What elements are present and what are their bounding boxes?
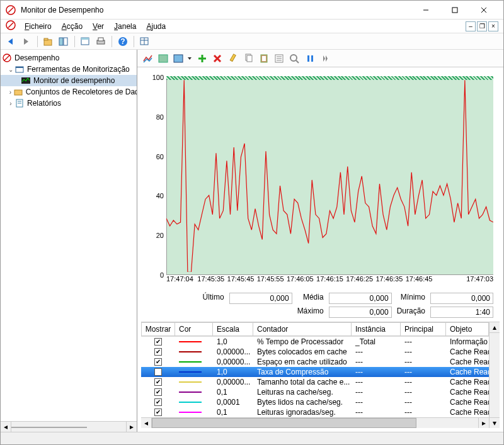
menu-accao[interactable]: Acção	[57, 21, 88, 32]
scroll-up-icon[interactable]: ▴	[490, 322, 500, 333]
legend-row[interactable]: ✔0,1Leituras na cache/seg.------Cache Re…	[141, 387, 489, 397]
view-chart-icon[interactable]	[141, 52, 155, 65]
col-contador[interactable]: Contador	[253, 322, 352, 336]
col-instancia[interactable]: Instância	[352, 322, 401, 336]
svg-point-45	[290, 55, 297, 61]
open-icon[interactable]	[42, 35, 55, 48]
legend-scrollbar-v[interactable]: ▴ ▾	[489, 322, 500, 428]
close-button[interactable]	[469, 1, 498, 20]
paste-icon[interactable]	[257, 52, 271, 65]
legend-row[interactable]: ✔0,00000...Bytes colocados em cache-----…	[141, 347, 489, 357]
svg-rect-30	[159, 55, 168, 62]
show-checkbox[interactable]: ✔	[154, 368, 162, 376]
scroll-right-icon[interactable]: ▸	[478, 418, 489, 428]
tree-scrollbar-h[interactable]: ◂ ▸	[1, 421, 137, 432]
scroll-left-icon[interactable]: ◂	[1, 422, 11, 432]
svg-line-22	[4, 55, 9, 60]
legend-row[interactable]: ✔0,1Leituras ignoradas/seg.------Cache R…	[141, 407, 489, 417]
legend-header: Mostrar Cor Escala Contador Instância Pr…	[141, 322, 489, 337]
stat-media-value: 0,000	[329, 293, 392, 304]
menu-ficheiro[interactable]: Ficheiro	[20, 21, 57, 32]
mdi-close-button[interactable]: ×	[488, 21, 498, 31]
show-checkbox[interactable]: ✔	[154, 348, 162, 356]
expand-icon[interactable]: ›	[7, 100, 14, 107]
menubar: Ficheiro Acção Ver Janela Ajuda – ❐ ×	[1, 20, 503, 33]
col-objeto[interactable]: Objeto	[446, 322, 489, 336]
svg-text:?: ?	[120, 37, 125, 46]
legend-row[interactable]: ✔1,0% Tempo de Processador_Total---Infor…	[141, 337, 489, 347]
mdi-restore-button[interactable]: ❐	[477, 21, 487, 31]
scroll-thumb[interactable]	[11, 427, 87, 428]
highlight-icon[interactable]	[226, 52, 239, 65]
mdi-min-button[interactable]: –	[466, 21, 476, 31]
panes-icon[interactable]	[57, 35, 71, 48]
legend-row[interactable]: ✔1,0Taxa de Compressão------Cache ReadyB	[141, 367, 489, 377]
view-histogram-icon[interactable]	[156, 52, 170, 65]
svg-line-1	[8, 8, 13, 13]
legend-scrollbar-h[interactable]: ◂ ▸	[141, 417, 489, 428]
copy-icon[interactable]	[242, 52, 256, 65]
add-counter-icon[interactable]	[195, 52, 209, 65]
tools-icon	[14, 64, 25, 74]
update-icon[interactable]	[319, 52, 333, 65]
col-cor[interactable]: Cor	[175, 322, 213, 336]
scroll-right-icon[interactable]: ▸	[126, 422, 137, 432]
svg-rect-10	[59, 38, 63, 45]
view-report-icon[interactable]	[171, 52, 185, 65]
col-escala[interactable]: Escala	[213, 322, 253, 336]
plot[interactable]	[166, 74, 493, 275]
remove-counter-icon[interactable]	[210, 52, 224, 65]
svg-rect-24	[16, 67, 23, 68]
stats-panel: Último 0,000 Média 0,000 Mínimo 0,000 Má…	[137, 289, 503, 322]
forward-button[interactable]	[20, 35, 33, 48]
legend-row[interactable]: ✔0,00000...Tamanho total da cache e...--…	[141, 377, 489, 387]
back-button[interactable]	[4, 35, 18, 48]
tree-monitor[interactable]: Monitor de desempenho	[1, 75, 137, 86]
minimize-button[interactable]	[411, 1, 440, 20]
chart-area: 020406080100 17:47:0417:45:3517:45:4517:…	[137, 67, 503, 289]
help-icon[interactable]: ?	[116, 35, 130, 48]
menu-ver[interactable]: Ver	[88, 21, 109, 32]
show-checkbox[interactable]: ✔	[154, 388, 162, 396]
view-dropdown-icon[interactable]	[186, 52, 193, 65]
stat-duracao-value: 1:40	[430, 307, 493, 318]
stat-minimo-value: 0,000	[430, 293, 493, 304]
legend-row[interactable]: ✔0,0001Bytes lidos na cache/seg.------Ca…	[141, 397, 489, 407]
scroll-down-icon[interactable]: ▾	[490, 417, 500, 428]
scroll-left-icon[interactable]: ◂	[141, 418, 152, 428]
svg-line-7	[8, 23, 13, 28]
menu-janela[interactable]: Janela	[109, 21, 141, 32]
scroll-thumb[interactable]	[152, 418, 416, 428]
zoom-icon[interactable]	[287, 52, 301, 65]
show-checkbox[interactable]: ✔	[154, 358, 162, 366]
svg-rect-47	[307, 55, 309, 62]
tree-collectors[interactable]: › Conjuntos de Recoletores de Dados	[1, 86, 137, 98]
show-checkbox[interactable]: ✔	[154, 338, 162, 346]
col-principal[interactable]: Principal	[401, 322, 446, 336]
col-mostrar[interactable]: Mostrar	[141, 322, 175, 336]
tree-root[interactable]: Desempenho	[1, 52, 137, 64]
new-window-icon[interactable]	[79, 35, 93, 48]
properties-icon[interactable]	[272, 52, 286, 65]
layout-icon[interactable]	[138, 35, 152, 48]
expand-icon[interactable]: ›	[7, 89, 14, 96]
stat-ultimo-label: Último	[203, 293, 224, 304]
show-checkbox[interactable]: ✔	[154, 408, 162, 416]
maximize-button[interactable]	[440, 1, 469, 20]
print-icon[interactable]	[94, 35, 108, 48]
stat-maximo-value: 0,000	[329, 307, 392, 318]
tree-tools[interactable]: ⌄ Ferramentas de Monitorização	[1, 64, 137, 75]
collapse-icon[interactable]: ⌄	[7, 66, 14, 73]
monitor-icon	[21, 76, 31, 86]
legend-row[interactable]: ✔0,00000...Espaço em cache utilizado----…	[141, 357, 489, 367]
tree-reports[interactable]: › Relatórios	[1, 98, 137, 109]
legend: Mostrar Cor Escala Contador Instância Pr…	[141, 322, 500, 428]
report-icon	[14, 98, 25, 108]
svg-rect-26	[14, 90, 22, 95]
y-axis: 020406080100	[144, 74, 166, 275]
show-checkbox[interactable]: ✔	[154, 398, 162, 406]
perf-icon	[2, 53, 12, 63]
show-checkbox[interactable]: ✔	[154, 378, 162, 386]
freeze-icon[interactable]	[304, 52, 318, 65]
menu-ajuda[interactable]: Ajuda	[141, 21, 171, 32]
